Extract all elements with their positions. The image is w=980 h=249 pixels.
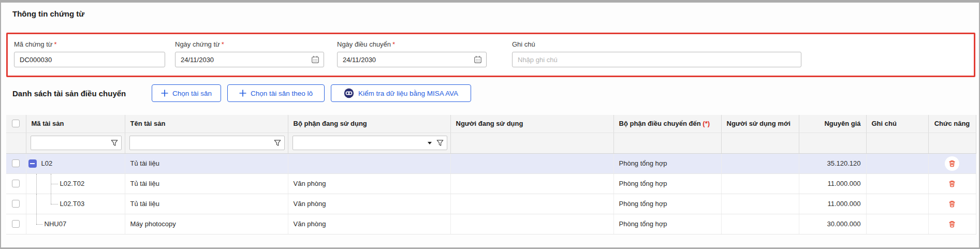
col-asset-code: Mã tài sản bbox=[26, 115, 125, 133]
calendar-icon[interactable] bbox=[474, 55, 482, 64]
transfer-date-field: Ngày điều chuyển* bbox=[337, 40, 487, 67]
dept-current: Văn phòng bbox=[288, 173, 450, 194]
asset-code: L02.T02 bbox=[60, 180, 85, 187]
row-checkbox[interactable] bbox=[12, 180, 20, 187]
col-user-new: Người sử dụng mới bbox=[721, 115, 799, 133]
filter-dept-current-select[interactable] bbox=[292, 136, 447, 150]
dept-current bbox=[288, 153, 450, 173]
row-checkbox[interactable] bbox=[12, 159, 20, 167]
user-new bbox=[721, 173, 799, 194]
dept-target: Phòng tổng hợp bbox=[613, 153, 721, 173]
check-data-misa-ava-button[interactable]: Kiểm tra dữ liệu bằng MISA AVA bbox=[331, 84, 471, 102]
document-info-form-highlight: Mã chứng từ* Ngày chứng từ* Ngày điều ch… bbox=[6, 33, 975, 77]
dept-current: Văn phòng bbox=[288, 194, 450, 214]
row-checkbox[interactable] bbox=[12, 220, 20, 228]
asset-transfer-table: Mã tài sản Tên tài sản Bộ phận đang sử d… bbox=[6, 115, 976, 235]
asset-name: Tủ tài liệu bbox=[125, 194, 288, 214]
filter-funnel-icon[interactable] bbox=[111, 139, 118, 147]
select-asset-by-batch-button[interactable]: Chọn tài sản theo lô bbox=[227, 84, 325, 102]
note-cell bbox=[866, 153, 928, 173]
note-cell bbox=[866, 173, 928, 194]
user-current bbox=[450, 214, 613, 234]
document-code-input[interactable] bbox=[14, 52, 165, 67]
document-code-field: Mã chứng từ* bbox=[14, 40, 165, 67]
required-asterisk: * bbox=[392, 40, 395, 48]
user-new bbox=[721, 214, 799, 234]
dept-target: Phòng tổng hợp bbox=[613, 194, 721, 214]
dept-target: Phòng tổng hợp bbox=[613, 173, 721, 194]
original-cost: 35.120.120 bbox=[799, 153, 866, 173]
note-cell bbox=[866, 214, 928, 234]
select-all-checkbox[interactable] bbox=[12, 120, 20, 127]
original-cost: 11.000.000 bbox=[799, 194, 866, 214]
document-date-label: Ngày chứng từ* bbox=[175, 40, 324, 48]
asset-name: Máy photocopy bbox=[125, 214, 288, 234]
col-dept-target: Bộ phận điều chuyển đến (*) bbox=[613, 115, 721, 133]
document-date-input[interactable] bbox=[175, 52, 324, 67]
asset-list-title: Danh sách tài sản điều chuyển bbox=[12, 89, 126, 98]
col-asset-name: Tên tài sản bbox=[125, 115, 288, 133]
trash-icon bbox=[948, 180, 956, 188]
transfer-document-panel: Thông tin chứng từ Mã chứng từ* Ngày chứ… bbox=[0, 0, 980, 249]
col-actions: Chức năng bbox=[928, 115, 976, 133]
required-suffix: (*) bbox=[703, 120, 710, 127]
dept-target: Phòng tổng hợp bbox=[613, 214, 721, 234]
filter-asset-name-input[interactable] bbox=[129, 136, 285, 150]
user-current bbox=[450, 173, 613, 194]
user-new bbox=[721, 194, 799, 214]
document-code-label: Mã chứng từ* bbox=[14, 40, 165, 48]
table-header-row: Mã tài sản Tên tài sản Bộ phận đang sử d… bbox=[6, 115, 976, 133]
trash-icon bbox=[948, 220, 956, 228]
filter-funnel-icon[interactable] bbox=[436, 139, 444, 147]
document-info-title: Thông tin chứng từ bbox=[12, 9, 84, 18]
required-asterisk: * bbox=[222, 40, 224, 48]
asset-name: Tủ tài liệu bbox=[125, 173, 288, 194]
trash-icon bbox=[948, 159, 956, 168]
col-note: Ghi chú bbox=[866, 115, 928, 133]
transfer-date-input[interactable] bbox=[337, 52, 487, 67]
asset-code: L02 bbox=[41, 159, 53, 167]
table-row: L02.T02 Tủ tài liệu Văn phòng Phòng tổng… bbox=[6, 173, 976, 194]
dept-current: Văn phòng bbox=[288, 214, 450, 234]
col-user-current: Người đang sử dụng bbox=[450, 115, 613, 133]
required-asterisk: * bbox=[54, 40, 57, 48]
note-field: Ghi chú bbox=[512, 40, 801, 67]
asset-code: L02.T03 bbox=[60, 200, 85, 208]
table-row: L02.T03 Tủ tài liệu Văn phòng Phòng tổng… bbox=[6, 194, 976, 214]
row-checkbox[interactable] bbox=[12, 200, 20, 208]
table-filter-row bbox=[6, 133, 976, 153]
asset-name: Tủ tài liệu bbox=[125, 153, 288, 173]
filter-asset-code-input[interactable] bbox=[31, 136, 122, 150]
plus-icon bbox=[161, 90, 168, 97]
chevron-down-icon[interactable] bbox=[428, 142, 432, 144]
transfer-date-label: Ngày điều chuyển* bbox=[337, 40, 487, 48]
note-input[interactable] bbox=[512, 52, 801, 67]
misa-ava-icon bbox=[344, 88, 354, 98]
select-asset-button[interactable]: Chọn tài sản bbox=[152, 84, 221, 102]
delete-row-button[interactable] bbox=[945, 197, 959, 211]
user-current bbox=[450, 153, 613, 173]
delete-row-button[interactable] bbox=[945, 156, 959, 171]
user-current bbox=[450, 194, 613, 214]
col-dept-current: Bộ phận đang sử dụng bbox=[288, 115, 450, 133]
note-label: Ghi chú bbox=[512, 40, 801, 48]
original-cost: 11.000.000 bbox=[799, 173, 866, 194]
filter-funnel-icon[interactable] bbox=[274, 139, 281, 147]
col-original-cost: Nguyên giá bbox=[799, 115, 866, 133]
trash-icon bbox=[948, 200, 956, 208]
document-date-field: Ngày chứng từ* bbox=[175, 40, 324, 67]
original-cost: 30.000.000 bbox=[799, 214, 866, 234]
table-row: L02 Tủ tài liệu Phòng tổng hợp 35.120.12… bbox=[6, 153, 976, 173]
note-cell bbox=[866, 194, 928, 214]
delete-row-button[interactable] bbox=[945, 177, 959, 191]
collapse-toggle-icon[interactable] bbox=[28, 159, 37, 168]
calendar-icon[interactable] bbox=[311, 55, 319, 64]
plus-icon bbox=[239, 90, 246, 97]
delete-row-button[interactable] bbox=[945, 217, 959, 231]
asset-code: NHU07 bbox=[45, 220, 67, 228]
user-new bbox=[721, 153, 799, 173]
table-row: NHU07 Máy photocopy Văn phòng Phòng tổng… bbox=[6, 214, 976, 234]
